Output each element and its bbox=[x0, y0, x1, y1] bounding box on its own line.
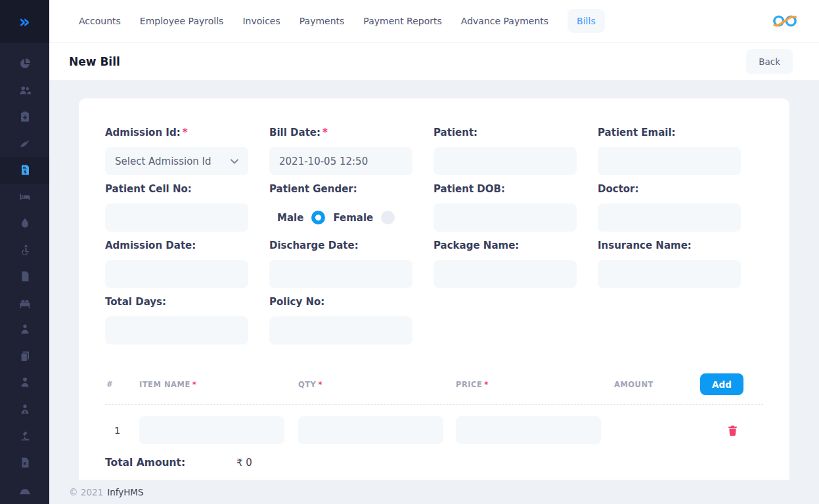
users-icon bbox=[19, 85, 31, 96]
total-days-input[interactable] bbox=[105, 316, 248, 345]
gender-female-label[interactable]: Female bbox=[333, 212, 373, 224]
doctor-input[interactable] bbox=[598, 203, 741, 232]
doctor-icon bbox=[19, 404, 31, 415]
nav-item-advance-payments[interactable]: Advance Payments bbox=[461, 9, 548, 33]
sidebar-item-services[interactable] bbox=[0, 476, 49, 503]
patient-label: Patient: bbox=[433, 127, 577, 138]
sidebar-item-documents[interactable] bbox=[0, 263, 49, 290]
insurance-name-input[interactable] bbox=[598, 260, 741, 288]
nav-item-employee-payrolls[interactable]: Employee Payrolls bbox=[140, 9, 224, 33]
sidebar-item-laboratory[interactable] bbox=[0, 423, 49, 450]
top-navigation: Accounts Employee Payrolls Invoices Paym… bbox=[49, 0, 819, 43]
column-header-item-name: ITEM NAME bbox=[139, 380, 190, 389]
patient-dob-label: Patient DOB: bbox=[433, 183, 577, 195]
trash-icon bbox=[728, 425, 738, 436]
sidebar-nav: $ R bbox=[0, 43, 49, 503]
patient-input[interactable] bbox=[433, 147, 577, 175]
sidebar-item-patient-cases[interactable] bbox=[0, 237, 49, 264]
sidebar-item-patients[interactable] bbox=[0, 77, 49, 104]
sidebar-item-dashboard[interactable] bbox=[0, 51, 49, 77]
hospital-beds-icon bbox=[19, 297, 31, 309]
discharge-date-label: Discharge Date: bbox=[269, 240, 412, 251]
admission-date-label: Admission Date: bbox=[105, 240, 248, 251]
bill-date-input[interactable] bbox=[269, 147, 412, 175]
field-insurance-name: Insurance Name: bbox=[598, 240, 741, 288]
footer-brand: InfyHMS bbox=[107, 487, 143, 497]
sidebar-item-operations[interactable] bbox=[0, 131, 49, 158]
nav-item-bills[interactable]: Bills bbox=[567, 9, 605, 33]
add-item-button[interactable]: Add bbox=[700, 373, 743, 395]
patient-gender-label: Patient Gender: bbox=[269, 183, 412, 195]
field-patient-email: Patient Email: bbox=[598, 127, 741, 175]
sidebar-item-bed-management[interactable] bbox=[0, 184, 49, 211]
patient-email-input[interactable] bbox=[598, 147, 741, 175]
admission-id-select[interactable]: Select Admission Id bbox=[105, 147, 248, 175]
nav-item-invoices[interactable]: Invoices bbox=[242, 9, 280, 33]
nav-item-payments[interactable]: Payments bbox=[299, 9, 345, 33]
services-icon bbox=[19, 483, 31, 495]
item-qty-input[interactable] bbox=[298, 416, 443, 444]
sidebar-item-doctors[interactable] bbox=[0, 396, 49, 423]
sidebar-item-nurses[interactable] bbox=[0, 316, 49, 343]
sidebar-item-prescriptions[interactable]: R bbox=[0, 450, 49, 476]
bed-icon bbox=[19, 191, 31, 203]
blood-drop-icon bbox=[19, 217, 31, 229]
patient-wheelchair-icon bbox=[19, 244, 31, 256]
items-table-header: # ITEM NAME* QTY* PRICE* AMOUNT Add bbox=[105, 373, 763, 405]
column-header-index: # bbox=[105, 380, 139, 389]
admission-id-selected-value: Select Admission Id bbox=[115, 156, 211, 167]
column-header-qty: QTY bbox=[298, 380, 316, 389]
discharge-date-input[interactable] bbox=[269, 260, 412, 288]
nav-item-accounts[interactable]: Accounts bbox=[79, 9, 121, 33]
delete-item-button[interactable] bbox=[728, 425, 738, 436]
item-name-input[interactable] bbox=[139, 416, 284, 444]
gender-male-radio[interactable] bbox=[311, 211, 325, 224]
column-header-amount: AMOUNT bbox=[614, 380, 696, 389]
documents-copy-icon bbox=[19, 350, 31, 362]
field-patient-dob: Patient DOB: bbox=[433, 183, 577, 232]
pie-chart-icon bbox=[19, 58, 31, 70]
infinity-logo-icon bbox=[772, 13, 798, 29]
field-total-days: Total Days: bbox=[105, 296, 248, 345]
file-icon bbox=[19, 270, 31, 282]
footer: © 2021 InfyHMS bbox=[49, 480, 819, 504]
bill-date-label: Bill Date: bbox=[269, 127, 321, 138]
admission-date-input[interactable] bbox=[105, 260, 248, 288]
package-name-label: Package Name: bbox=[433, 240, 577, 251]
insurance-name-label: Insurance Name: bbox=[598, 240, 741, 251]
sidebar-item-records[interactable] bbox=[0, 343, 49, 370]
medical-clipboard-icon bbox=[19, 111, 31, 123]
field-discharge-date: Discharge Date: bbox=[269, 240, 412, 288]
field-policy-no: Policy No: bbox=[269, 296, 412, 345]
infyhms-logo[interactable] bbox=[772, 13, 798, 29]
page-header: New Bill Back bbox=[49, 43, 819, 80]
main-area: Accounts Employee Payrolls Invoices Paym… bbox=[49, 0, 819, 504]
new-bill-card: Admission Id:* Select Admission Id Bill … bbox=[79, 98, 789, 480]
field-patient: Patient: bbox=[433, 127, 577, 175]
patient-dob-input[interactable] bbox=[433, 203, 577, 232]
sidebar-item-bills[interactable]: $ bbox=[0, 157, 49, 184]
field-doctor: Doctor: bbox=[598, 183, 741, 232]
policy-no-input[interactable] bbox=[269, 316, 412, 345]
sidebar-item-receptionists[interactable] bbox=[0, 369, 49, 396]
back-button[interactable]: Back bbox=[746, 49, 793, 74]
gender-female-radio[interactable] bbox=[381, 211, 395, 224]
nav-item-payment-reports[interactable]: Payment Reports bbox=[363, 9, 441, 33]
bill-items-section: # ITEM NAME* QTY* PRICE* AMOUNT Add 1 bbox=[105, 373, 763, 469]
patient-cell-input[interactable] bbox=[105, 203, 248, 232]
item-price-input[interactable] bbox=[456, 416, 601, 444]
new-bill-form: Admission Id:* Select Admission Id Bill … bbox=[105, 127, 763, 345]
policy-no-label: Policy No: bbox=[269, 296, 412, 308]
sidebar-item-medical-kit[interactable] bbox=[0, 104, 49, 131]
syringe-icon bbox=[19, 138, 31, 150]
sidebar-item-blood-bank[interactable] bbox=[0, 210, 49, 237]
required-asterisk: * bbox=[484, 380, 489, 389]
field-patient-gender: Patient Gender: Male Female bbox=[269, 183, 412, 232]
required-asterisk: * bbox=[318, 380, 322, 389]
field-patient-cell: Patient Cell No: bbox=[105, 183, 248, 232]
sidebar-item-hospital-beds[interactable] bbox=[0, 290, 49, 317]
gender-male-label[interactable]: Male bbox=[277, 212, 303, 224]
sidebar-toggle-button[interactable]: » bbox=[0, 0, 49, 43]
required-asterisk: * bbox=[183, 127, 188, 138]
package-name-input[interactable] bbox=[433, 260, 577, 288]
